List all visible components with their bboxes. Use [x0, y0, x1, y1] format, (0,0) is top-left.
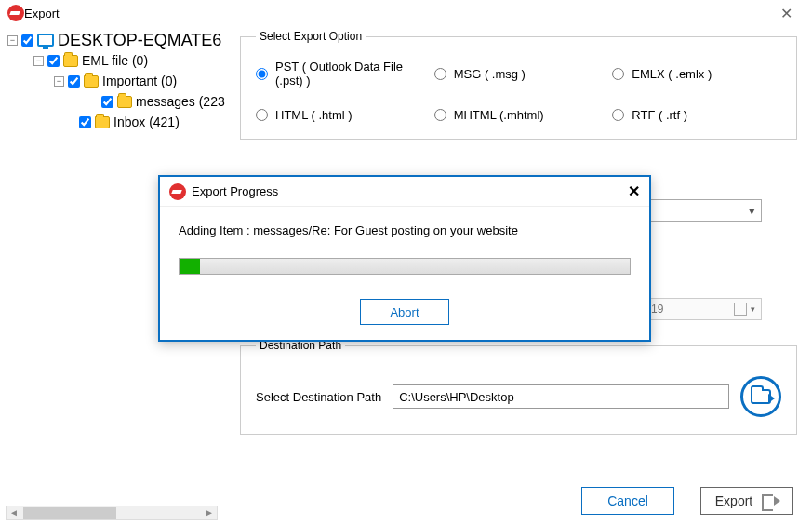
tree-h-scrollbar[interactable]: ◄ ►	[6, 506, 218, 520]
progress-bar	[179, 258, 631, 275]
folder-icon	[63, 55, 78, 67]
folder-icon	[117, 96, 132, 108]
tree-label: DESKTOP-EQMATE6	[58, 30, 221, 50]
export-arrow-icon	[762, 494, 779, 507]
export-option-group: Select Export Option PST ( Outlook Data …	[240, 30, 797, 140]
export-progress-dialog: Export Progress ✕ Adding Item : messages…	[158, 175, 651, 342]
tree-label: Inbox (421)	[113, 112, 180, 132]
export-option-legend: Select Export Option	[256, 30, 366, 43]
tree-checkbox[interactable]	[101, 96, 113, 108]
browse-button[interactable]	[740, 376, 781, 417]
radio-mhtml[interactable]: MHTML (.mhtml)	[434, 108, 604, 122]
tree-checkbox[interactable]	[79, 116, 91, 128]
date-value: 19	[651, 303, 663, 316]
collapse-icon[interactable]: −	[33, 56, 44, 66]
tree-item-messages[interactable]: messages (223	[87, 91, 229, 112]
progress-message: Adding Item : messages/Re: For Guest pos…	[179, 223, 631, 237]
window-titlebar: Export ✕	[0, 0, 812, 26]
tree-label: messages (223	[136, 91, 225, 112]
tree-item-inbox[interactable]: Inbox (421)	[65, 112, 229, 132]
radio-msg[interactable]: MSG ( .msg )	[434, 60, 604, 88]
radio-emlx[interactable]: EMLX ( .emlx )	[612, 60, 781, 88]
tree-label: EML file (0)	[82, 50, 148, 71]
dialog-title: Export Progress	[192, 184, 278, 198]
abort-button[interactable]: Abort	[360, 299, 449, 325]
computer-icon	[37, 34, 54, 47]
radio-html[interactable]: HTML ( .html )	[256, 108, 425, 122]
tree-root[interactable]: − DESKTOP-EQMATE6	[7, 30, 229, 50]
scroll-thumb[interactable]	[23, 507, 116, 519]
collapse-icon[interactable]: −	[54, 76, 64, 87]
chevron-down-icon: ▾	[751, 304, 755, 314]
app-logo-icon	[169, 183, 186, 200]
tree-item-important[interactable]: − Important (0)	[54, 71, 229, 91]
radio-rtf[interactable]: RTF ( .rtf )	[612, 108, 781, 122]
tree-checkbox[interactable]	[68, 75, 80, 88]
window-close-button[interactable]: ✕	[767, 5, 805, 22]
app-logo-icon	[7, 5, 24, 21]
folder-icon	[84, 75, 99, 88]
tree-checkbox[interactable]	[47, 55, 60, 67]
window-title: Export	[24, 7, 60, 20]
export-button[interactable]: Export	[700, 487, 793, 515]
tree-item-eml[interactable]: − EML file (0)	[33, 50, 229, 71]
folder-icon	[95, 116, 110, 128]
date-picker[interactable]: 19 ▾	[645, 298, 762, 320]
progress-fill	[180, 259, 200, 274]
folder-open-icon	[751, 389, 771, 404]
destination-input[interactable]	[393, 384, 729, 409]
cancel-button[interactable]: Cancel	[581, 487, 674, 515]
collapse-icon[interactable]: −	[7, 35, 18, 46]
dialog-close-button[interactable]: ✕	[628, 182, 640, 200]
destination-label: Select Destination Path	[256, 390, 381, 404]
radio-pst[interactable]: PST ( Outlook Data File (.pst) )	[256, 60, 425, 88]
destination-group: Destination Path Select Destination Path	[240, 339, 797, 435]
scroll-right-icon[interactable]: ►	[202, 506, 217, 519]
calendar-icon	[734, 303, 747, 316]
tree-label: Important (0)	[102, 71, 177, 91]
tree-checkbox[interactable]	[21, 34, 33, 47]
chevron-down-icon: ▾	[749, 204, 755, 218]
scroll-left-icon[interactable]: ◄	[7, 506, 21, 519]
